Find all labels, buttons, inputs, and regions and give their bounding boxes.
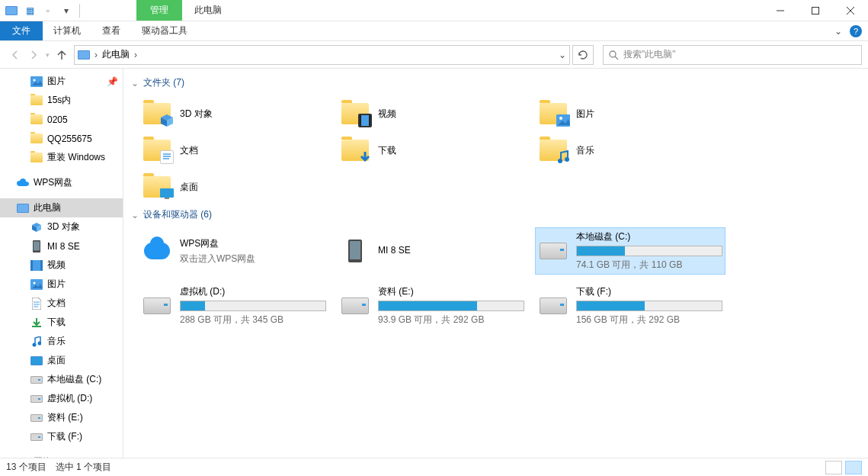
folder-item-videos[interactable]: 视频 (337, 95, 527, 132)
address-dropdown-icon[interactable]: ⌄ (559, 50, 566, 60)
chevron-right-icon[interactable]: › (94, 50, 98, 60)
drive-item--e[interactable]: 资料 (E:) 93.9 GB 可用，共 292 GB (337, 282, 527, 330)
sidebar-item-documents[interactable]: 文档 (0, 294, 123, 313)
sidebar-label: 文档 (47, 297, 66, 310)
sidebar-item-desktop[interactable]: 桌面 (0, 351, 123, 370)
drive-item-d[interactable]: 虚拟机 (D:) 288 GB 可用，共 345 GB (139, 282, 329, 330)
folder-label: 音乐 (576, 144, 594, 157)
sidebar-item-pictures[interactable]: 图片 📌 (0, 72, 123, 91)
drive-item-f[interactable]: 下载 (F:) 156 GB 可用，共 292 GB (535, 282, 725, 330)
desktop-icon (30, 355, 43, 367)
tab-computer[interactable]: 计算机 (43, 21, 91, 40)
window-controls (763, 0, 868, 21)
folder-item-downloads[interactable]: 下载 (337, 132, 527, 169)
maximize-button[interactable] (798, 0, 833, 21)
drive-usage-bar (180, 301, 326, 311)
folder-item-desktop[interactable]: 桌面 (139, 169, 329, 205)
tab-drive-tools[interactable]: 驱动器工具 (131, 21, 198, 40)
group-header-label: 文件夹 (7) (143, 76, 184, 89)
nav-forward-button[interactable] (27, 49, 40, 61)
sidebar-item-videos[interactable]: 视频 (0, 256, 123, 275)
close-button[interactable] (833, 0, 868, 21)
drive-icon (30, 374, 43, 386)
svg-rect-23 (165, 198, 169, 199)
folder-item-documents[interactable]: 文档 (139, 132, 329, 169)
folder-item-3d-objects[interactable]: 3D 对象 (139, 95, 329, 132)
qa-properties-icon[interactable]: ▦ (23, 4, 37, 18)
qa-dropdown-icon[interactable]: ▾ (59, 4, 73, 18)
drive-item-c[interactable]: 本地磁盘 (C:) 74.1 GB 可用，共 110 GB (535, 227, 725, 275)
sidebar-item-folder[interactable]: QQ255675 (0, 129, 123, 148)
drive-meta: 288 GB 可用，共 345 GB (180, 314, 326, 326)
view-icons-button[interactable] (845, 461, 862, 474)
sidebar-item-network[interactable]: 网络 (0, 452, 123, 458)
computer-icon (17, 202, 29, 214)
sidebar-item-phone[interactable]: MI 8 SE (0, 236, 123, 256)
search-input[interactable]: 搜索"此电脑" (603, 45, 862, 65)
svg-rect-7 (30, 260, 33, 271)
nav-up-button[interactable] (56, 49, 68, 61)
svg-point-21 (565, 157, 569, 162)
drive-usage-bar (576, 301, 722, 311)
folder-item-music[interactable]: 音乐 (535, 132, 725, 169)
device-item-wps[interactable]: WPS网盘 双击进入WPS网盘 (139, 227, 329, 275)
sidebar-item-drive-f[interactable]: 下载 (F:) (0, 427, 123, 446)
qa-new-icon[interactable]: ▫ (41, 4, 55, 18)
folder-label: 文档 (180, 144, 198, 157)
sidebar-label: 0205 (47, 114, 68, 125)
window-title: 此电脑 (182, 0, 763, 21)
svg-rect-0 (812, 7, 819, 14)
sidebar-item-drive-e[interactable]: 资料 (E:) (0, 408, 123, 427)
drive-icon (340, 291, 370, 321)
sidebar-item-3d-objects[interactable]: 3D 对象 (0, 217, 123, 236)
help-icon[interactable]: ? (850, 25, 862, 37)
videos-icon (30, 259, 43, 272)
drive-label: 资料 (E:) (378, 285, 524, 298)
sidebar-item-drive-c[interactable]: 本地磁盘 (C:) (0, 370, 123, 389)
drive-meta: 156 GB 可用，共 292 GB (576, 314, 722, 326)
sidebar-item-pictures[interactable]: 图片 (0, 275, 123, 294)
svg-point-3 (34, 79, 36, 81)
chevron-right-icon[interactable]: › (134, 50, 137, 60)
drive-label: 虚拟机 (D:) (180, 285, 326, 298)
sidebar-item-folder[interactable]: 15s内 (0, 91, 123, 110)
folder-icon (30, 95, 43, 107)
sidebar-item-folder[interactable]: 重装 Windows (0, 148, 123, 167)
address-bar[interactable]: › 此电脑 › ⌄ (74, 45, 570, 65)
sidebar-item-music[interactable]: 音乐 (0, 332, 123, 351)
svg-rect-17 (369, 115, 370, 126)
nav-recent-dropdown[interactable]: ▾ (46, 51, 50, 59)
folder-icon (30, 152, 43, 164)
sidebar-item-downloads[interactable]: 下载 (0, 313, 123, 332)
breadcrumb-this-pc[interactable]: 此电脑 (102, 48, 130, 61)
nav-back-button[interactable] (9, 49, 21, 61)
sidebar-label: 视频 (47, 259, 66, 272)
drives-grid: WPS网盘 双击进入WPS网盘 MI 8 SE 本地磁盘 (C:) 74.1 G… (131, 227, 860, 330)
device-item-phone[interactable]: MI 8 SE (337, 227, 527, 275)
sidebar-item-drive-d[interactable]: 虚拟机 (D:) (0, 389, 123, 408)
desktop-icon (142, 172, 172, 202)
drive-meta: 93.9 GB 可用，共 292 GB (378, 314, 524, 326)
sidebar-item-folder[interactable]: 0205 (0, 110, 123, 129)
ribbon-expand-icon[interactable]: ⌄ (834, 26, 842, 37)
folder-label: 桌面 (180, 181, 198, 194)
tab-view[interactable]: 查看 (91, 21, 131, 40)
group-header-devices[interactable]: ⌄ 设备和驱动器 (6) (131, 208, 860, 221)
folder-item-pictures[interactable]: 图片 (535, 95, 725, 132)
music-icon (538, 135, 569, 166)
3d-objects-icon (30, 221, 43, 233)
minimize-button[interactable] (763, 0, 798, 21)
sidebar-label: 本地磁盘 (C:) (47, 373, 101, 386)
sidebar-label: 虚拟机 (D:) (47, 392, 92, 405)
sidebar-item-wps[interactable]: WPS网盘 (0, 173, 123, 192)
tab-file[interactable]: 文件 (0, 21, 43, 40)
sidebar-label: 图片 (47, 75, 66, 88)
view-details-button[interactable] (825, 461, 842, 474)
sidebar-item-this-pc[interactable]: 此电脑 (0, 198, 123, 217)
svg-rect-16 (360, 115, 361, 126)
status-selection: 选中 1 个项目 (56, 461, 111, 474)
group-header-folders[interactable]: ⌄ 文件夹 (7) (131, 76, 860, 89)
refresh-button[interactable] (572, 45, 594, 65)
svg-rect-8 (40, 260, 43, 271)
view-mode-buttons (825, 461, 862, 474)
